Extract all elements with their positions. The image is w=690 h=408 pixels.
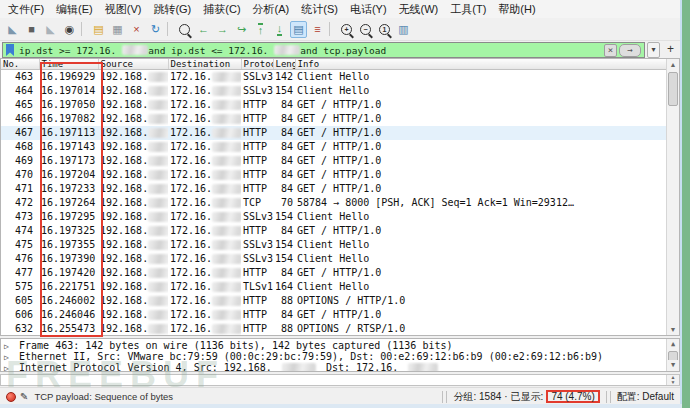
col-header-info[interactable]: Info	[295, 59, 666, 70]
reload-icon[interactable]: ↻	[147, 21, 164, 38]
packet-info-cell: Client Hello	[295, 252, 666, 266]
menu-statistics[interactable]: 统计(S)	[295, 0, 344, 19]
display-filter-input[interactable]: ip.dst >= 172.16. and ip.dst <= 172.16. …	[2, 42, 645, 58]
resize-columns-icon[interactable]: ▥	[395, 21, 412, 38]
expander-icon[interactable]: ▷	[4, 363, 13, 372]
expander-icon[interactable]: ▷	[4, 352, 13, 362]
scroll-down-icon[interactable]: ▼	[667, 380, 679, 385]
menu-view[interactable]: 视图(V)	[99, 0, 148, 19]
col-header-no[interactable]: No.	[1, 59, 39, 70]
col-header-destination[interactable]: Destination	[168, 59, 241, 70]
packet-row[interactable]: 475 16.197355 192.168. 172.16. SSLv3 154…	[1, 238, 666, 252]
bytes-scrollbar[interactable]: ▲ ▼	[666, 375, 679, 385]
col-header-time[interactable]: Time	[39, 59, 98, 70]
col-header-length[interactable]: Length	[273, 59, 295, 70]
packet-source-cell: 192.168.	[98, 322, 168, 335]
open-file-icon[interactable]: ▤	[90, 21, 107, 38]
packet-list-scrollbar[interactable]: ▲ ▼	[666, 59, 679, 335]
scroll-up-icon[interactable]: ▲	[667, 59, 679, 70]
packet-destination-cell: 172.16.	[168, 154, 241, 168]
toolbar-separator[interactable]	[167, 22, 172, 36]
scroll-down-icon[interactable]: ▼	[667, 360, 679, 371]
redaction	[212, 100, 241, 110]
scroll-up-icon[interactable]: ▲	[667, 339, 679, 350]
redaction	[408, 363, 438, 372]
packet-info-cell: Client Hello	[295, 238, 666, 252]
col-header-protocol[interactable]: Protocol	[241, 59, 273, 70]
menu-telephony[interactable]: 电话(Y)	[344, 0, 393, 19]
go-back-icon[interactable]: ←	[195, 21, 212, 38]
packet-row[interactable]: 575 16.221751 192.168. 172.16. TLSv1.2 1…	[1, 280, 666, 294]
packet-row[interactable]: 476 16.197390 192.168. 172.16. SSLv3 154…	[1, 252, 666, 266]
menu-edit[interactable]: 编辑(E)	[50, 0, 99, 19]
packet-row[interactable]: 471 16.197233 192.168. 172.16. HTTP 84 G…	[1, 182, 666, 196]
zoom-out-icon[interactable]: −	[357, 21, 374, 38]
packet-row[interactable]: 605 16.246002 192.168. 172.16. HTTP 88 O…	[1, 294, 666, 308]
start-capture-icon[interactable]: ◣	[4, 21, 21, 38]
stop-capture-icon[interactable]: ■	[23, 21, 40, 38]
packet-info-cell: GET / HTTP/1.0	[295, 182, 666, 196]
packet-row[interactable]: 468 16.197143 192.168. 172.16. HTTP 84 G…	[1, 140, 666, 154]
packet-row[interactable]: 464 16.197014 192.168. 172.16. SSLv3 154…	[1, 84, 666, 98]
packet-row[interactable]: 469 16.197173 192.168. 172.16. HTTP 84 G…	[1, 154, 666, 168]
profile-label[interactable]: 配置: Default	[617, 390, 680, 404]
menu-tools[interactable]: 工具(T)	[444, 0, 492, 19]
capture-options-icon[interactable]: ◉	[61, 21, 78, 38]
toolbar-separator[interactable]	[81, 22, 86, 36]
filter-dropdown-button[interactable]: ▾	[647, 42, 660, 58]
capture-comment-icon[interactable]: ✎	[20, 391, 28, 402]
packet-row[interactable]: 470 16.197204 192.168. 172.16. HTTP 84 G…	[1, 168, 666, 182]
packet-row[interactable]: 463 16.196929 192.168. 172.16. SSLv3 142…	[1, 70, 666, 85]
restart-capture-icon[interactable]: ◣	[42, 21, 59, 38]
filter-apply-button[interactable]: →	[619, 44, 641, 57]
menu-capture[interactable]: 捕获(C)	[197, 0, 246, 19]
packet-time-cell: 16.197325	[39, 224, 98, 238]
filter-add-button[interactable]: +	[663, 42, 678, 58]
bookmark-icon[interactable]	[6, 44, 14, 56]
detail-line-frame[interactable]: ▷ Frame 463: 142 bytes on wire (1136 bit…	[1, 340, 666, 351]
packet-row[interactable]: 474 16.197325 192.168. 172.16. HTTP 84 G…	[1, 224, 666, 238]
detail-line-ethernet[interactable]: ▷ Ethernet II, Src: VMware_bc:79:59 (00:…	[1, 351, 666, 362]
packet-info-cell: GET / HTTP/1.0	[295, 140, 666, 154]
go-first-packet-icon[interactable]: ↑	[252, 21, 269, 38]
menu-file[interactable]: 文件(F)	[2, 0, 50, 19]
go-last-packet-icon[interactable]: ↓	[271, 21, 288, 38]
toolbar-separator[interactable]	[329, 22, 334, 36]
autoscroll-icon[interactable]: ▤	[290, 21, 307, 38]
packet-row[interactable]: 467 16.197113 192.168. 172.16. HTTP 84 G…	[1, 126, 666, 140]
detail-line-ip[interactable]: ▷ Internet Protocol Version 4, Src: 192.…	[1, 362, 666, 372]
packet-row[interactable]: 606 16.246046 192.168. 172.16. HTTP 84 G…	[1, 308, 666, 322]
packet-row[interactable]: 465 16.197050 192.168. 172.16. HTTP 84 G…	[1, 98, 666, 112]
details-scrollbar[interactable]: ▲ ▼	[666, 339, 679, 371]
close-file-icon[interactable]: ×	[128, 21, 145, 38]
go-forward-icon[interactable]: →	[214, 21, 231, 38]
save-file-icon[interactable]: ▦	[109, 21, 126, 38]
expert-info-icon[interactable]	[6, 392, 16, 402]
scrollbar-thumb[interactable]	[668, 72, 678, 106]
col-header-source[interactable]: Source	[98, 59, 168, 70]
packet-time-cell: 16.197233	[39, 182, 98, 196]
zoom-in-icon[interactable]: +	[338, 21, 355, 38]
find-packet-icon[interactable]	[176, 21, 193, 38]
filter-clear-button[interactable]: ×	[604, 44, 617, 57]
packet-row[interactable]: 473 16.197295 192.168. 172.16. SSLv3 154…	[1, 210, 666, 224]
menu-wireless[interactable]: 无线(W)	[393, 0, 445, 19]
packet-length-cell: 88	[273, 322, 295, 335]
go-to-packet-icon[interactable]: ↪	[233, 21, 250, 38]
packet-row[interactable]: 466 16.197082 192.168. 172.16. HTTP 84 G…	[1, 112, 666, 126]
menu-analyze[interactable]: 分析(A)	[247, 0, 296, 19]
colorize-icon[interactable]: ≡	[309, 21, 326, 38]
packet-length-cell: 154	[273, 252, 295, 266]
status-bar: ✎ TCP payload: Sequence of bytes 分组: 158…	[0, 387, 680, 405]
menu-go[interactable]: 跳转(G)	[147, 0, 197, 19]
packet-destination-cell: 172.16.	[168, 224, 241, 238]
packet-time-cell: 16.197420	[39, 266, 98, 280]
packet-row[interactable]: 472 16.197264 192.168. 172.16. TCP 70 58…	[1, 196, 666, 210]
menu-help[interactable]: 帮助(H)	[492, 0, 541, 19]
zoom-original-icon[interactable]: 1	[376, 21, 393, 38]
expander-icon[interactable]: ▷	[4, 341, 13, 351]
scroll-down-icon[interactable]: ▼	[667, 324, 679, 335]
packet-row[interactable]: 477 16.197420 192.168. 172.16. HTTP 84 G…	[1, 266, 666, 280]
packet-row[interactable]: 632 16.255473 192.168. 172.16. HTTP 88 O…	[1, 322, 666, 335]
redaction	[212, 86, 241, 96]
